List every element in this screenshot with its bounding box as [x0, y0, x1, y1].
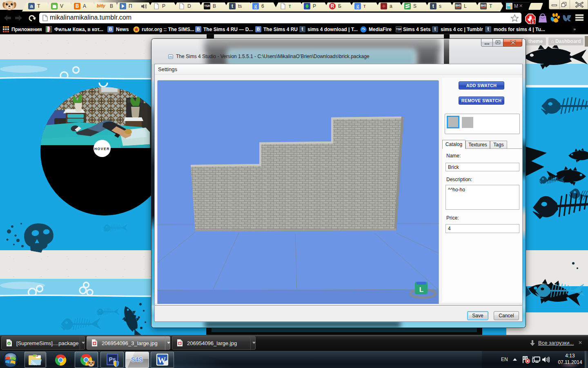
- svg-text:W: W: [158, 356, 166, 365]
- svg-text:1: 1: [532, 20, 534, 24]
- svg-text:L: L: [419, 286, 423, 294]
- svg-text:HOVER: HOVER: [94, 147, 110, 151]
